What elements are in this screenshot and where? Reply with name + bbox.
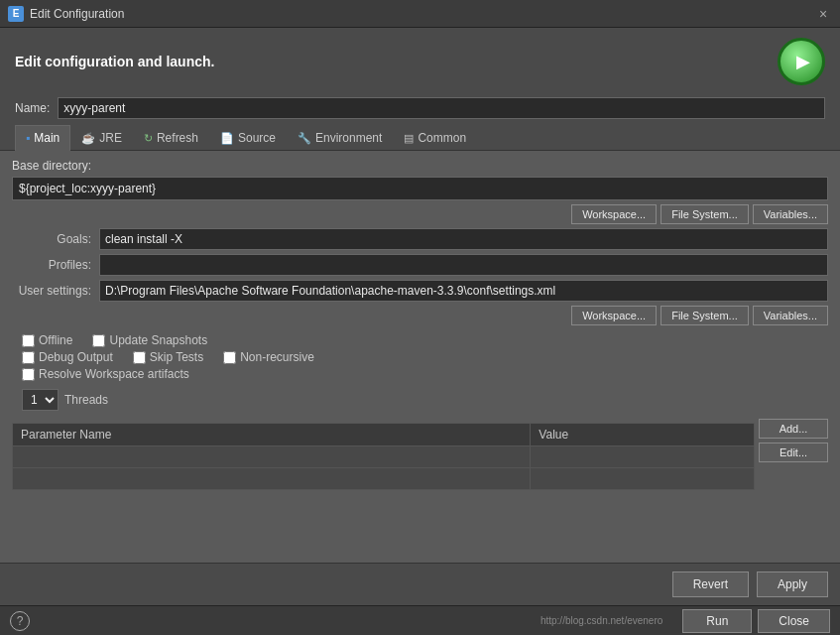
env-icon: 🔧 (298, 132, 311, 145)
header-area: Edit configuration and launch. (0, 28, 840, 93)
tab-jre[interactable]: ☕ JRE (70, 125, 133, 151)
update-snapshots-checkbox[interactable] (92, 334, 105, 347)
param-cell (13, 468, 531, 490)
close-dialog-button[interactable]: Close (758, 609, 830, 633)
value-cell (531, 446, 755, 468)
name-input[interactable] (58, 97, 825, 119)
base-dir-buttons: Workspace... File System... Variables... (12, 204, 828, 224)
source-icon: 📄 (220, 132, 234, 145)
user-settings-row: User settings: (12, 280, 828, 302)
footer-area: Revert Apply (0, 563, 840, 605)
bottom-bar: ? http://blog.csdn.net/evenero Run Close (0, 605, 840, 635)
tab-common[interactable]: ▤ Common (393, 125, 477, 151)
skip-tests-label: Skip Tests (150, 350, 203, 364)
resolve-workspace-label: Resolve Workspace artifacts (39, 367, 189, 381)
main-content: Base directory: Workspace... File System… (0, 151, 840, 605)
tab-environment[interactable]: 🔧 Environment (287, 125, 393, 151)
revert-button[interactable]: Revert (672, 572, 749, 597)
run-circle-button[interactable] (778, 38, 825, 85)
run-close-buttons: Run Close (682, 609, 830, 633)
apply-button[interactable]: Apply (757, 572, 828, 597)
help-icon[interactable]: ? (10, 611, 30, 631)
profiles-label: Profiles: (12, 258, 91, 272)
non-recursive-checkbox-item[interactable]: Non-recursive (223, 350, 314, 364)
param-cell (13, 446, 531, 468)
main-icon: ▪ (26, 131, 30, 145)
debug-output-checkbox-item[interactable]: Debug Output (22, 350, 113, 364)
base-dir-input[interactable] (12, 177, 828, 200)
table-row (13, 446, 755, 468)
tab-main[interactable]: ▪ Main (15, 125, 70, 151)
skip-tests-checkbox[interactable] (133, 351, 146, 364)
user-settings-input[interactable] (99, 280, 828, 302)
checkbox-row-3: Resolve Workspace artifacts (22, 367, 828, 381)
table-area: Parameter Name Value (12, 419, 828, 490)
profiles-row: Profiles: (12, 254, 828, 276)
table-row (13, 468, 755, 490)
resolve-workspace-checkbox-item[interactable]: Resolve Workspace artifacts (22, 367, 189, 381)
window-title: Edit Configuration (30, 7, 814, 21)
threads-row: 1 2 3 4 Threads (22, 389, 828, 411)
tabs-bar: ▪ Main ☕ JRE ↻ Refresh 📄 Source 🔧 Enviro… (0, 125, 840, 151)
checkbox-row-1: Offline Update Snapshots (22, 333, 828, 347)
table-buttons: Add... Edit... (759, 419, 828, 490)
value-cell (531, 468, 755, 490)
checkbox-row-2: Debug Output Skip Tests Non-recursive (22, 350, 828, 364)
profiles-input[interactable] (99, 254, 828, 276)
goals-label: Goals: (12, 232, 91, 246)
file-system-btn-2[interactable]: File System... (660, 306, 749, 325)
common-icon: ▤ (404, 132, 414, 145)
run-button[interactable]: Run (682, 609, 752, 633)
file-system-btn-1[interactable]: File System... (660, 204, 749, 224)
name-row: Name: (0, 93, 840, 125)
name-label: Name: (15, 101, 50, 115)
main-window: E Edit Configuration × Edit configuratio… (0, 0, 840, 635)
workspace-btn-2[interactable]: Workspace... (571, 306, 657, 325)
offline-checkbox[interactable] (22, 334, 35, 347)
checkboxes-area: Offline Update Snapshots Debug Output Sk… (12, 333, 828, 381)
goals-input[interactable] (99, 228, 828, 250)
skip-tests-checkbox-item[interactable]: Skip Tests (133, 350, 203, 364)
close-button[interactable]: × (814, 5, 832, 23)
title-bar: E Edit Configuration × (0, 0, 840, 28)
threads-select[interactable]: 1 2 3 4 (22, 389, 59, 411)
scrollable-panel[interactable]: Base directory: Workspace... File System… (0, 151, 840, 563)
offline-label: Offline (39, 333, 72, 347)
update-snapshots-checkbox-item[interactable]: Update Snapshots (92, 333, 207, 347)
non-recursive-checkbox[interactable] (223, 351, 236, 364)
base-dir-section: Base directory: (12, 159, 828, 200)
update-snapshots-label: Update Snapshots (109, 333, 207, 347)
refresh-icon: ↻ (144, 132, 153, 145)
watermark-text: http://blog.csdn.net/evenero (540, 615, 662, 626)
variables-btn-1[interactable]: Variables... (753, 204, 828, 224)
edit-button[interactable]: Edit... (759, 443, 828, 462)
variables-btn-2[interactable]: Variables... (753, 306, 828, 325)
user-settings-buttons: Workspace... File System... Variables... (12, 306, 828, 325)
add-button[interactable]: Add... (759, 419, 828, 439)
tab-source[interactable]: 📄 Source (209, 125, 287, 151)
col-header-param: Parameter Name (13, 424, 531, 446)
table-wrapper: Parameter Name Value (12, 419, 755, 490)
param-table: Parameter Name Value (12, 423, 755, 490)
user-settings-label: User settings: (12, 284, 91, 298)
jre-icon: ☕ (81, 132, 95, 145)
debug-output-checkbox[interactable] (22, 351, 35, 364)
debug-output-label: Debug Output (39, 350, 113, 364)
base-dir-label: Base directory: (12, 159, 828, 173)
threads-label: Threads (64, 393, 108, 407)
non-recursive-label: Non-recursive (240, 350, 314, 364)
workspace-btn-1[interactable]: Workspace... (571, 204, 657, 224)
goals-row: Goals: (12, 228, 828, 250)
col-header-value: Value (531, 424, 755, 446)
resolve-workspace-checkbox[interactable] (22, 368, 35, 381)
tab-refresh[interactable]: ↻ Refresh (133, 125, 209, 151)
header-title: Edit configuration and launch. (15, 54, 214, 69)
window-icon: E (8, 6, 24, 22)
offline-checkbox-item[interactable]: Offline (22, 333, 72, 347)
